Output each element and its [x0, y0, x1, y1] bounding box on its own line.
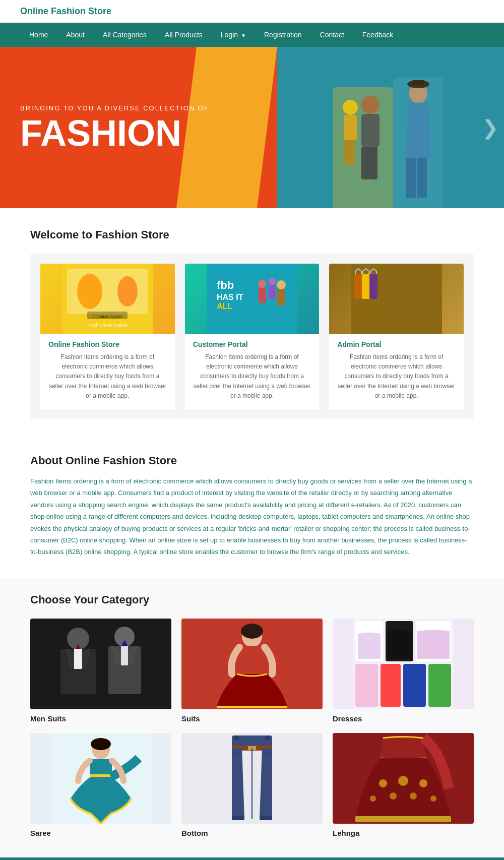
svg-rect-7	[369, 147, 377, 179]
card-img-0: North Shore Outlets COMING SOON	[40, 264, 175, 334]
categories-section: Choose Your Category	[0, 578, 504, 857]
svg-rect-63	[234, 735, 238, 740]
svg-text:North Shore Outlets: North Shore Outlets	[88, 323, 128, 328]
welcome-section: Welcome to Fashion Store North Shore Out…	[0, 208, 504, 439]
svg-rect-25	[259, 288, 266, 303]
hero-text: Bringing to you a diverse collection of …	[20, 104, 209, 151]
category-name-lehnga: Lehnga	[333, 829, 474, 837]
category-img-lehnga	[333, 733, 474, 824]
nav-all-products[interactable]: All Products	[156, 23, 212, 47]
nav-feedback[interactable]: Feedback	[353, 23, 402, 47]
about-heading: About Online Fashion Store	[30, 454, 474, 467]
nav-contact[interactable]: Contact	[311, 23, 353, 47]
category-img-men-suits	[30, 619, 171, 709]
svg-point-0	[343, 100, 358, 115]
svg-text:HAS IT: HAS IT	[217, 293, 243, 301]
svg-rect-54	[403, 664, 426, 707]
svg-rect-53	[381, 664, 401, 707]
category-img-dresses	[333, 619, 474, 709]
svg-rect-44	[121, 646, 128, 665]
svg-rect-10	[417, 158, 427, 198]
svg-point-26	[269, 278, 276, 285]
svg-point-73	[398, 776, 408, 786]
hero-subtitle: Bringing to you a diverse collection of	[20, 104, 209, 112]
svg-rect-55	[428, 664, 451, 707]
card-img-1: fbb HAS IT ALL	[185, 264, 320, 334]
login-dropdown-arrow: ▼	[241, 33, 246, 38]
svg-rect-64	[266, 735, 270, 740]
card-text-0: Fashion Items ordering is a form of elec…	[48, 352, 167, 401]
svg-point-16	[117, 276, 138, 306]
site-logo[interactable]: Online Fashion Store	[20, 6, 484, 17]
svg-point-78	[430, 795, 436, 802]
category-name-men-suits: Men Suits	[30, 714, 171, 723]
svg-point-47	[241, 624, 263, 639]
svg-rect-71	[355, 816, 451, 822]
about-text: Fashion Items ordering is a form of elec…	[30, 475, 474, 558]
category-bottom[interactable]: Bottom	[181, 733, 323, 837]
svg-point-77	[410, 792, 417, 800]
card-body-2: Admin Portal Fashion Items ordering is a…	[329, 334, 464, 409]
category-name-saree: Saree	[30, 829, 171, 837]
main-nav: Home About All Categories All Products L…	[0, 23, 504, 47]
site-footer: Copyright © All rights reserved	[0, 857, 504, 860]
svg-point-74	[419, 779, 427, 787]
svg-text:COMING SOON: COMING SOON	[93, 315, 122, 319]
card-0: North Shore Outlets COMING SOON Online F…	[40, 264, 175, 409]
category-saree[interactable]: Saree	[30, 733, 171, 837]
svg-point-24	[258, 280, 266, 288]
svg-point-75	[370, 795, 376, 802]
category-suits[interactable]: Suits	[181, 619, 323, 723]
svg-rect-68	[232, 816, 244, 820]
category-img-suits	[181, 619, 323, 709]
svg-rect-69	[260, 816, 272, 820]
card-title-1: Customer Portal	[193, 340, 311, 348]
hero-title: FASHION	[20, 115, 209, 151]
nav-home[interactable]: Home	[20, 23, 57, 47]
svg-rect-27	[269, 285, 275, 299]
svg-rect-9	[406, 158, 416, 198]
category-name-dresses: Dresses	[333, 714, 474, 723]
svg-rect-59	[90, 759, 112, 777]
welcome-heading: Welcome to Fashion Store	[30, 228, 474, 241]
svg-point-76	[390, 792, 397, 800]
svg-rect-37	[369, 274, 377, 299]
category-img-saree	[30, 733, 171, 824]
svg-point-58	[91, 738, 111, 750]
svg-rect-36	[362, 274, 370, 299]
card-text-2: Fashion Items ordering is a form of elec…	[337, 352, 456, 401]
card-img-2	[329, 264, 464, 334]
categories-heading: Choose Your Category	[30, 593, 474, 606]
card-2: Admin Portal Fashion Items ordering is a…	[329, 264, 464, 409]
card-body-1: Customer Portal Fashion Items ordering i…	[185, 334, 320, 409]
svg-rect-35	[354, 274, 362, 299]
nav-registration[interactable]: Registration	[255, 23, 311, 47]
svg-rect-52	[355, 664, 378, 707]
nav-about[interactable]: About	[57, 23, 94, 47]
category-dresses[interactable]: Dresses	[333, 619, 474, 723]
svg-text:fbb: fbb	[217, 279, 234, 291]
category-img-bottom	[181, 733, 323, 824]
svg-text:ALL: ALL	[217, 302, 232, 311]
card-1: fbb HAS IT ALL Customer Portal Fash	[185, 264, 320, 409]
nav-login[interactable]: Login ▼	[212, 23, 255, 47]
hero-next-arrow[interactable]: ❯	[482, 116, 499, 139]
category-name-bottom: Bottom	[181, 829, 323, 837]
svg-point-4	[361, 96, 380, 114]
svg-rect-3	[349, 140, 355, 165]
svg-rect-29	[277, 289, 285, 305]
svg-rect-6	[361, 147, 369, 179]
about-section: About Online Fashion Store Fashion Items…	[0, 439, 504, 578]
card-text-1: Fashion Items ordering is a form of elec…	[193, 352, 311, 401]
svg-rect-2	[344, 140, 349, 165]
svg-rect-60	[90, 774, 112, 777]
svg-point-15	[77, 274, 102, 309]
card-title-0: Online Fashion Store	[48, 340, 167, 348]
svg-rect-5	[361, 114, 380, 147]
category-name-suits: Suits	[181, 714, 323, 723]
category-lehnga[interactable]: Lehnga	[333, 733, 474, 837]
svg-point-28	[277, 280, 286, 289]
svg-point-72	[379, 779, 387, 787]
nav-all-categories[interactable]: All Categories	[94, 23, 156, 47]
category-men-suits[interactable]: Men Suits	[30, 619, 171, 723]
